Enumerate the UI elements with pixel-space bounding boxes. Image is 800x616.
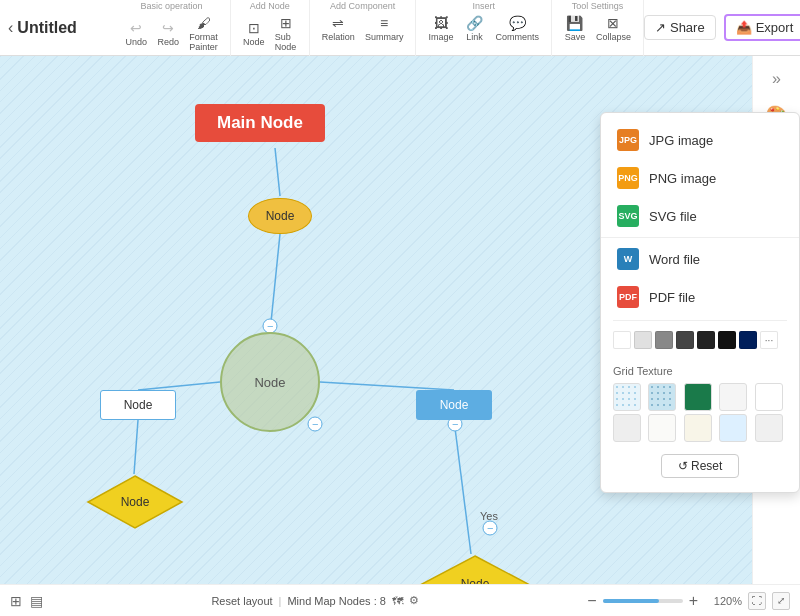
svg-line-0 xyxy=(275,148,280,196)
sidebar-collapse[interactable]: » xyxy=(756,64,798,94)
group-label-add-node: Add Node xyxy=(250,1,290,11)
svg-text:−: − xyxy=(487,522,493,534)
export-icon: 📤 xyxy=(736,20,752,35)
svg-line-5 xyxy=(454,420,471,554)
collapse-icon: ⊠ xyxy=(607,15,619,31)
texture-dots-medium[interactable] xyxy=(648,383,676,411)
reset-button[interactable]: ↺ Reset xyxy=(661,454,740,478)
undo-button[interactable]: ↩ Undo xyxy=(121,18,151,49)
node-diamond-left[interactable]: Node xyxy=(86,474,184,530)
link-icon: 🔗 xyxy=(466,15,483,31)
color-swatch-row: ··· xyxy=(613,331,787,349)
main-node[interactable]: Main Node xyxy=(195,104,325,142)
link-button[interactable]: 🔗 Link xyxy=(459,13,489,44)
sub-node-icon: ⊞ xyxy=(280,15,292,31)
toolbar-group-basic: Basic operation ↩ Undo ↪ Redo 🖌 Format P… xyxy=(113,0,231,56)
texture-plain-warm[interactable] xyxy=(648,414,676,442)
fit-icon[interactable]: ⤢ xyxy=(772,592,790,610)
zoom-in-icon[interactable]: + xyxy=(689,592,698,610)
word-icon: W xyxy=(617,248,639,270)
zoom-bar[interactable] xyxy=(603,599,683,603)
swatch-more[interactable]: ··· xyxy=(760,331,778,349)
image-button[interactable]: 🖼 Image xyxy=(424,13,457,44)
node-label: Node xyxy=(243,37,265,47)
grid-texture-title: Grid Texture xyxy=(613,365,787,377)
svg-icon: SVG xyxy=(617,205,639,227)
zoom-level-label: 120% xyxy=(704,595,742,607)
swatch-lightgray[interactable] xyxy=(634,331,652,349)
swatch-gray[interactable] xyxy=(655,331,673,349)
group-label-basic: Basic operation xyxy=(141,1,203,11)
texture-plain-light[interactable] xyxy=(719,383,747,411)
reset-label: ↺ Reset xyxy=(678,459,723,473)
swatch-black[interactable] xyxy=(718,331,736,349)
group-items-tool-settings: 💾 Save ⊠ Collapse xyxy=(560,13,635,44)
bottom-layers-icon[interactable]: ▤ xyxy=(30,593,43,609)
export-png-item[interactable]: PNG PNG image xyxy=(601,159,799,197)
document-title: Untitled xyxy=(17,19,97,37)
settings-icon[interactable]: ⚙ xyxy=(409,594,419,607)
image-label: Image xyxy=(428,32,453,42)
node-rect-blue-right[interactable]: Node xyxy=(416,390,492,420)
texture-plain-2[interactable] xyxy=(755,414,783,442)
group-items-insert: 🖼 Image 🔗 Link 💬 Comments xyxy=(424,13,543,44)
format-painter-label: Format Painter xyxy=(189,32,218,52)
format-painter-button[interactable]: 🖌 Format Painter xyxy=(185,13,222,54)
reset-layout-label[interactable]: Reset layout xyxy=(211,595,272,607)
toolbar: ‹ Untitled Basic operation ↩ Undo ↪ Redo… xyxy=(0,0,800,56)
redo-button[interactable]: ↪ Redo xyxy=(153,18,183,49)
node-diamond-right[interactable]: Node xyxy=(420,554,530,584)
fullscreen-icon[interactable]: ⛶ xyxy=(748,592,766,610)
svg-line-1 xyxy=(270,234,280,332)
save-button[interactable]: 💾 Save xyxy=(560,13,590,44)
texture-dots-light[interactable] xyxy=(613,383,641,411)
group-items-basic: ↩ Undo ↪ Redo 🖌 Format Painter xyxy=(121,13,222,54)
comments-button[interactable]: 💬 Comments xyxy=(491,13,543,44)
zoom-out-icon[interactable]: − xyxy=(587,592,596,610)
swatch-nearblack[interactable] xyxy=(697,331,715,349)
swatch-white[interactable] xyxy=(613,331,631,349)
image-icon: 🖼 xyxy=(434,15,448,31)
export-svg-item[interactable]: SVG SVG file xyxy=(601,197,799,235)
node-circle[interactable]: Node xyxy=(220,332,320,432)
export-word-item[interactable]: W Word file xyxy=(601,240,799,278)
texture-plain-white[interactable] xyxy=(755,383,783,411)
comments-icon: 💬 xyxy=(509,15,526,31)
swatch-darkgray[interactable] xyxy=(676,331,694,349)
grid-texture-section: Grid Texture xyxy=(601,359,799,448)
summary-button[interactable]: ≡ Summary xyxy=(361,13,408,44)
bottom-bar: ⊞ ▤ Reset layout | Mind Map Nodes : 8 🗺 … xyxy=(0,584,800,616)
svg-text:−: − xyxy=(312,418,318,430)
texture-grid xyxy=(613,383,787,442)
node-rect-outline-left[interactable]: Node xyxy=(100,390,176,420)
node-ellipse[interactable]: Node xyxy=(248,198,312,234)
texture-plain-gray[interactable] xyxy=(613,414,641,442)
jpg-icon: JPG xyxy=(617,129,639,151)
map-icon[interactable]: 🗺 xyxy=(392,595,403,607)
summary-label: Summary xyxy=(365,32,404,42)
collapse-button[interactable]: ⊠ Collapse xyxy=(592,13,635,44)
bottom-grid-icon[interactable]: ⊞ xyxy=(10,593,22,609)
svg-line-3 xyxy=(320,382,454,390)
back-button[interactable]: ‹ xyxy=(8,16,13,40)
svg-text:Yes: Yes xyxy=(480,510,498,522)
toolbar-group-add-component: Add Component ⇌ Relation ≡ Summary xyxy=(310,0,417,56)
relation-button[interactable]: ⇌ Relation xyxy=(318,13,359,44)
export-jpg-item[interactable]: JPG JPG image xyxy=(601,121,799,159)
export-pdf-item[interactable]: PDF PDF file xyxy=(601,278,799,316)
svg-point-13 xyxy=(483,521,497,535)
bottom-right: − + 120% ⛶ ⤢ xyxy=(587,592,790,610)
toolbar-group-add-node: Add Node ⊡ Node ⊞ Sub Node xyxy=(231,0,310,56)
png-icon: PNG xyxy=(617,167,639,189)
swatch-navy[interactable] xyxy=(739,331,757,349)
texture-solid-green[interactable] xyxy=(684,383,712,411)
texture-plain-cream[interactable] xyxy=(684,414,712,442)
relation-label: Relation xyxy=(322,32,355,42)
share-label: Share xyxy=(670,20,705,35)
texture-blue-light[interactable] xyxy=(719,414,747,442)
share-button[interactable]: ↗ Share xyxy=(644,15,716,40)
node-button[interactable]: ⊡ Node xyxy=(239,18,269,49)
sub-node-button[interactable]: ⊞ Sub Node xyxy=(271,13,301,54)
toolbar-right: ↗ Share 📤 Export xyxy=(644,14,800,41)
export-button[interactable]: 📤 Export xyxy=(724,14,800,41)
